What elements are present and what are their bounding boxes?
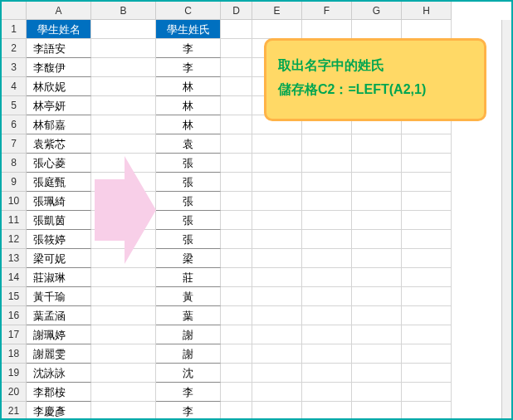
cell-H12[interactable] <box>402 230 452 249</box>
surname-cell[interactable]: 張 <box>156 154 221 173</box>
cell-B6[interactable] <box>91 115 156 134</box>
row-header-21[interactable]: 21 <box>2 402 27 420</box>
cell-H11[interactable] <box>402 211 452 230</box>
name-cell[interactable]: 謝珮婷 <box>27 325 91 344</box>
cell-H20[interactable] <box>402 383 452 402</box>
cell-E11[interactable] <box>252 211 302 230</box>
row-header-2[interactable]: 2 <box>2 39 27 58</box>
cell-D9[interactable] <box>221 173 252 192</box>
cell-G9[interactable] <box>352 173 402 192</box>
cell-E8[interactable] <box>252 154 302 173</box>
name-cell[interactable]: 黃千瑜 <box>27 287 91 306</box>
name-cell[interactable]: 沈詠詠 <box>27 364 91 383</box>
cell-G16[interactable] <box>352 306 402 325</box>
row-header-9[interactable]: 9 <box>2 173 27 192</box>
cell-G15[interactable] <box>352 287 402 306</box>
row-header-17[interactable]: 17 <box>2 325 27 344</box>
header-name[interactable]: 學生姓名 <box>27 20 91 39</box>
cell-H9[interactable] <box>402 173 452 192</box>
row-header-19[interactable]: 19 <box>2 364 27 383</box>
cell-E1[interactable] <box>252 20 302 39</box>
name-cell[interactable]: 張珮綺 <box>27 192 91 211</box>
row-header-4[interactable]: 4 <box>2 77 27 96</box>
name-cell[interactable]: 袁紫芯 <box>27 134 91 154</box>
cell-H16[interactable] <box>402 306 452 325</box>
cell-B2[interactable] <box>91 39 156 58</box>
surname-cell[interactable]: 張 <box>156 192 221 211</box>
surname-cell[interactable]: 袁 <box>156 134 221 154</box>
cell-E10[interactable] <box>252 192 302 211</box>
cell-H19[interactable] <box>402 364 452 383</box>
cell-D13[interactable] <box>221 249 252 268</box>
cell-E13[interactable] <box>252 249 302 268</box>
header-surname[interactable]: 學生姓氏 <box>156 20 221 39</box>
surname-cell[interactable]: 莊 <box>156 268 221 287</box>
cell-B10[interactable] <box>91 192 156 211</box>
cell-F21[interactable] <box>302 402 352 420</box>
cell-H10[interactable] <box>402 192 452 211</box>
cell-D8[interactable] <box>221 154 252 173</box>
col-header-b[interactable]: B <box>91 2 156 20</box>
surname-cell[interactable]: 謝 <box>156 344 221 364</box>
cell-E16[interactable] <box>252 306 302 325</box>
cell-E18[interactable] <box>252 344 302 364</box>
cell-H1[interactable] <box>402 20 452 39</box>
row-header-16[interactable]: 16 <box>2 306 27 325</box>
cell-E21[interactable] <box>252 402 302 420</box>
name-cell[interactable]: 莊淑琳 <box>27 268 91 287</box>
name-cell[interactable]: 張筱婷 <box>27 230 91 249</box>
cell-F8[interactable] <box>302 154 352 173</box>
row-header-5[interactable]: 5 <box>2 96 27 115</box>
cell-F10[interactable] <box>302 192 352 211</box>
name-cell[interactable]: 林亭妍 <box>27 96 91 115</box>
surname-cell[interactable]: 沈 <box>156 364 221 383</box>
cell-F12[interactable] <box>302 230 352 249</box>
cell-E14[interactable] <box>252 268 302 287</box>
cell-G17[interactable] <box>352 325 402 344</box>
cell-B3[interactable] <box>91 58 156 77</box>
cell-D5[interactable] <box>221 96 252 115</box>
cell-F15[interactable] <box>302 287 352 306</box>
surname-cell[interactable]: 謝 <box>156 325 221 344</box>
vertical-scrollbar[interactable] <box>501 20 511 418</box>
cell-B11[interactable] <box>91 211 156 230</box>
cell-F9[interactable] <box>302 173 352 192</box>
col-header-f[interactable]: F <box>302 2 352 20</box>
cell-F20[interactable] <box>302 383 352 402</box>
cell-D3[interactable] <box>221 58 252 77</box>
cell-B13[interactable] <box>91 249 156 268</box>
cell-E12[interactable] <box>252 230 302 249</box>
name-cell[interactable]: 李語安 <box>27 39 91 58</box>
cell-D14[interactable] <box>221 268 252 287</box>
cell-H21[interactable] <box>402 402 452 420</box>
cell-F11[interactable] <box>302 211 352 230</box>
cell-B14[interactable] <box>91 268 156 287</box>
cell-F18[interactable] <box>302 344 352 364</box>
cell-G10[interactable] <box>352 192 402 211</box>
row-header-3[interactable]: 3 <box>2 58 27 77</box>
cell-B19[interactable] <box>91 364 156 383</box>
row-header-1[interactable]: 1 <box>2 20 27 39</box>
cell-F1[interactable] <box>302 20 352 39</box>
name-cell[interactable]: 謝麗雯 <box>27 344 91 364</box>
surname-cell[interactable]: 林 <box>156 96 221 115</box>
name-cell[interactable]: 林欣妮 <box>27 77 91 96</box>
cell-D20[interactable] <box>221 383 252 402</box>
cell-E20[interactable] <box>252 383 302 402</box>
cell-B20[interactable] <box>91 383 156 402</box>
name-cell[interactable]: 張心菱 <box>27 154 91 173</box>
name-cell[interactable]: 林郁嘉 <box>27 115 91 134</box>
cell-G14[interactable] <box>352 268 402 287</box>
cell-H17[interactable] <box>402 325 452 344</box>
cell-G20[interactable] <box>352 383 402 402</box>
cell-E7[interactable] <box>252 134 302 154</box>
cell-F16[interactable] <box>302 306 352 325</box>
name-cell[interactable]: 李慶彥 <box>27 402 91 420</box>
cell-D19[interactable] <box>221 364 252 383</box>
surname-cell[interactable]: 李 <box>156 39 221 58</box>
col-header-g[interactable]: G <box>352 2 402 20</box>
cell-H15[interactable] <box>402 287 452 306</box>
cell-D15[interactable] <box>221 287 252 306</box>
cell-E9[interactable] <box>252 173 302 192</box>
surname-cell[interactable]: 李 <box>156 383 221 402</box>
